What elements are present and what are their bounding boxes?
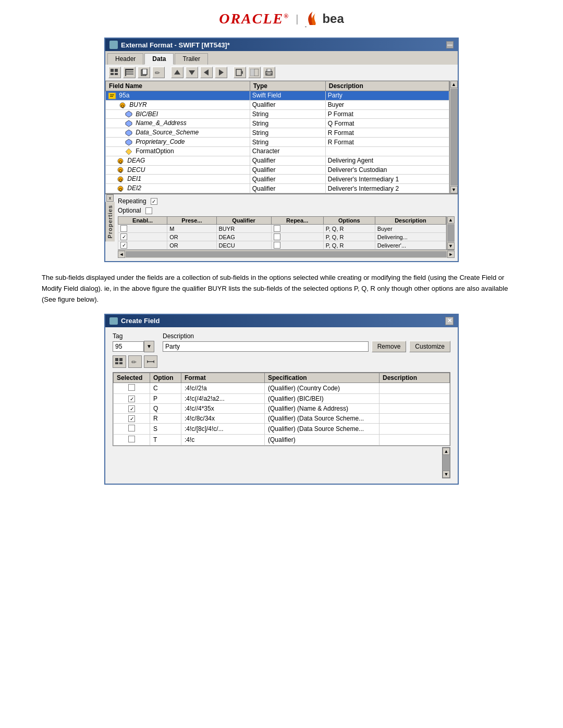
dialog-edit-btn[interactable]: ✏ [128, 355, 142, 368]
svg-rect-10 [142, 69, 147, 75]
table-row[interactable]: Name_&_Address String Q Format [106, 119, 449, 128]
props-hscroll-right[interactable]: ► [447, 251, 455, 258]
table-row[interactable]: Q BUYR Qualifier Buyer [106, 100, 449, 109]
options-table-row[interactable]: ✓ P :4!c(/4!a2!a2... (Qualifier) (BIC/BE… [114, 393, 450, 403]
toolbar-print-btn[interactable] [263, 67, 275, 78]
option-selected-checkbox[interactable]: ✓ [128, 405, 135, 412]
toolbar-left-btn[interactable] [200, 67, 213, 78]
toolbar-table-btn[interactable] [123, 67, 136, 78]
row-presence: OR [167, 233, 216, 241]
table-row[interactable]: Q DECU Qualifier Deliverer's Custodian [106, 165, 449, 175]
bea-logo-icon: bea [304, 10, 321, 27]
field-type: String [250, 138, 325, 147]
option-selected-checkbox[interactable] [128, 384, 135, 391]
table-row[interactable]: Proprietary_Code String R Format [106, 138, 449, 147]
repeating-checkbox[interactable]: ✓ [151, 198, 157, 205]
row-enabled-checkbox[interactable]: ✓ [120, 242, 127, 249]
tab-header[interactable]: Header [107, 53, 143, 65]
tab-trailer[interactable]: Trailer [175, 53, 208, 65]
table-row[interactable]: Data_Source_Scheme String R Format [106, 128, 449, 138]
scroll-down-btn[interactable]: ▼ [450, 186, 458, 193]
remove-button[interactable]: Remove [372, 341, 407, 352]
table-row[interactable]: 95a Swift Field Party [106, 91, 449, 101]
options-table-row[interactable]: S :4!c/[8c]/4!c/... (Qualifier) (Data So… [114, 423, 450, 434]
toolbar-down-btn[interactable] [186, 67, 198, 78]
field-desc: Buyer [325, 100, 449, 109]
optional-checkbox[interactable] [145, 207, 152, 214]
scroll-up-btn[interactable]: ▲ [450, 81, 458, 88]
options-table-row[interactable]: C :4!c//2!a (Qualifier) (Country Code) [114, 382, 450, 393]
props-scrollbar[interactable]: ▲ ▼ [446, 216, 455, 250]
scrollbar-vertical[interactable]: ▲ ▼ [449, 81, 458, 193]
properties-content: Repeating ✓ Optional Enabl... Prese... [115, 194, 458, 261]
props-hscrollbar[interactable]: ◄ ► [118, 250, 455, 258]
tag-dropdown[interactable]: ▼ [144, 341, 154, 352]
options-table-row[interactable]: T :4!c (Qualifier) [114, 434, 450, 445]
toolbar-grid-btn[interactable] [108, 67, 121, 78]
description-input[interactable] [163, 341, 369, 352]
options-table-row[interactable]: ✓ Q :4!c//4*35x (Qualifier) (Name & Addr… [114, 403, 450, 413]
field-name: Data_Source_Scheme [136, 129, 199, 136]
row-repeat-checkbox[interactable] [274, 242, 280, 249]
toolbar-import-btn[interactable] [234, 67, 246, 78]
toolbar-edit-btn[interactable]: ✏ [152, 67, 165, 78]
field-name: FormatOption [136, 147, 174, 155]
field-name: Proprietary_Code [136, 138, 185, 145]
table-row[interactable]: BIC/BEI String P Format [106, 109, 449, 119]
row-qualifier: DECU [216, 241, 271, 250]
dialog-close-btn[interactable]: ✕ [445, 317, 454, 325]
field-table: Field Name Type Description [105, 81, 449, 193]
description-label: Description [163, 332, 450, 340]
prop-table-row[interactable]: ✓ OR DECU P, Q, R Deliverer'... [118, 241, 446, 250]
table-row[interactable]: Q DEAG Qualifier Delivering Agent [106, 156, 449, 165]
props-scroll-down[interactable]: ▼ [447, 242, 455, 250]
option-desc [380, 393, 450, 403]
prop-table-row[interactable]: ✓ OR DEAG P, Q, R Delivering... [118, 233, 446, 241]
minimize-button[interactable]: — [446, 41, 454, 48]
option-selected-checkbox[interactable] [128, 436, 135, 442]
properties-collapse-btn[interactable]: x [106, 194, 114, 202]
toolbar-copy-btn[interactable] [138, 67, 150, 78]
opt-scroll-track [443, 455, 450, 471]
svg-text:✏: ✏ [131, 359, 137, 365]
table-row[interactable]: Q DEI2 Qualifier Deliverer's Intermediar… [106, 184, 449, 193]
toolbar-right-btn[interactable] [215, 67, 227, 78]
toolbar-layout-btn[interactable] [248, 67, 261, 78]
dialog-arrows-btn[interactable] [144, 355, 157, 368]
toolbar-up-btn[interactable] [171, 67, 183, 78]
opt-scroll-down[interactable]: ▼ [443, 471, 450, 478]
dialog-grid-btn[interactable] [113, 355, 126, 368]
row-repeat-checkbox[interactable] [274, 225, 280, 232]
option-selected-checkbox[interactable]: ✓ [128, 396, 135, 402]
string-icon [125, 110, 133, 118]
props-scroll-up[interactable]: ▲ [447, 216, 455, 224]
window-icon [109, 41, 118, 49]
field-type: Qualifier [250, 184, 325, 193]
row-repeat-checkbox[interactable] [274, 233, 280, 240]
svg-rect-22 [267, 69, 271, 71]
props-hscroll-left[interactable]: ◄ [118, 251, 125, 258]
options-scrollbar[interactable]: ▲ ▼ [442, 447, 450, 478]
row-enabled-checkbox[interactable] [120, 225, 127, 232]
svg-text:bea: bea [304, 25, 321, 27]
option-selected-checkbox[interactable]: ✓ [128, 415, 135, 422]
svg-rect-3 [111, 73, 114, 75]
option-selected-checkbox[interactable] [128, 425, 135, 431]
row-enabled-checkbox[interactable]: ✓ [120, 233, 127, 240]
field-type: String [250, 119, 325, 128]
table-row[interactable]: FormatOption Character [106, 146, 449, 156]
svg-rect-8 [125, 69, 126, 76]
option-desc [380, 423, 450, 434]
options-table-row[interactable]: ✓ R :4!c/8c/34x (Qualifier) (Data Source… [114, 413, 450, 423]
table-row[interactable]: Q DEI1 Qualifier Deliverer's Intermediar… [106, 175, 449, 184]
tag-input[interactable] [113, 341, 144, 352]
tab-data[interactable]: Data [144, 53, 174, 65]
customize-button[interactable]: Customize [409, 341, 450, 352]
props-scroll-track [447, 224, 455, 242]
option-desc [380, 382, 450, 393]
option-letter: C [150, 382, 181, 393]
opt-scroll-up[interactable]: ▲ [443, 448, 450, 455]
field-desc: R Format [325, 128, 449, 138]
prop-table-row[interactable]: M BUYR P, Q, R Buyer [118, 225, 446, 233]
field-desc: Delivering Agent [325, 156, 449, 165]
